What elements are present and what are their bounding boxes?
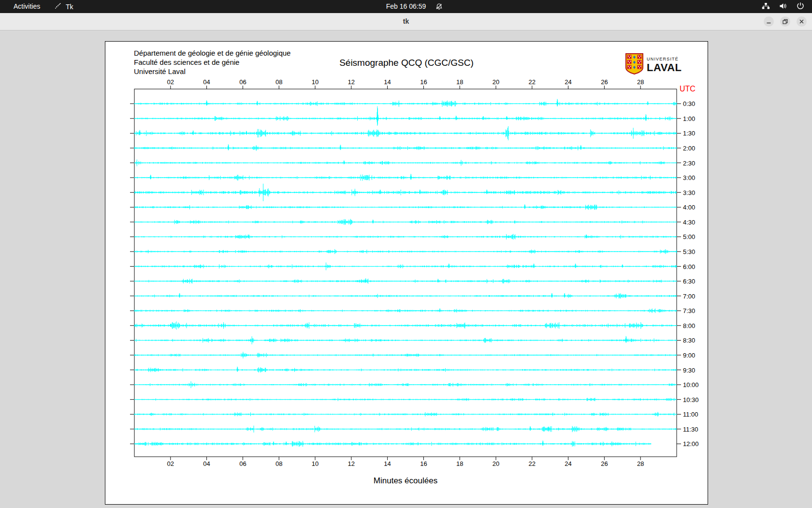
x-tick-bottom: 26 [601, 460, 608, 467]
seismogram-trace [134, 144, 677, 151]
time-tick-label: 2:30 [683, 160, 695, 167]
x-tick-bottom: 04 [203, 460, 210, 467]
time-tick-label: 9:30 [683, 367, 695, 374]
seismogram-trace [134, 441, 652, 447]
x-tick-top: 20 [493, 78, 499, 86]
seismogram-trace [134, 367, 677, 373]
seismogram-chart: 0202040406060808101012121414161618182020… [105, 42, 708, 504]
time-tick-label: 11:30 [683, 426, 698, 433]
seismogram-trace [134, 426, 677, 433]
seismogram-trace [134, 308, 677, 313]
window-title: tk [0, 13, 812, 30]
x-tick-bottom: 16 [420, 460, 427, 467]
system-top-bar: Activities Tk Feb 16 06:59 [0, 0, 812, 13]
seismogram-trace [134, 249, 677, 254]
x-tick-top: 26 [601, 78, 608, 86]
x-axis-label: Minutes écoulées [134, 476, 677, 486]
x-tick-bottom: 24 [565, 460, 571, 467]
x-tick-bottom: 28 [637, 460, 644, 467]
x-tick-top: 14 [384, 78, 391, 86]
time-tick-label: 8:00 [683, 322, 695, 329]
x-tick-top: 24 [565, 78, 571, 86]
maximize-button[interactable] [780, 16, 790, 27]
seismogram-trace [134, 412, 677, 417]
x-tick-bottom: 22 [529, 460, 536, 467]
system-tray[interactable] [762, 0, 804, 13]
power-icon [797, 2, 804, 11]
time-tick-label: 11:00 [683, 411, 698, 418]
time-tick-label: 5:30 [683, 248, 695, 255]
seismogram-trace [134, 352, 677, 359]
seismogram-trace [134, 106, 677, 126]
seismogram-trace [134, 205, 677, 210]
time-tick-label: 10:00 [683, 381, 699, 388]
seismogram-trace [134, 174, 677, 180]
x-tick-top: 22 [529, 78, 536, 86]
x-tick-top: 06 [239, 78, 246, 86]
time-tick-label: 7:30 [683, 307, 695, 314]
seismogram-trace [134, 321, 677, 329]
time-tick-label: 7:00 [683, 293, 695, 300]
time-tick-label: 3:00 [683, 174, 695, 181]
seismogram-trace [134, 99, 677, 107]
x-tick-bottom: 14 [384, 460, 391, 467]
seismogram-trace [134, 234, 677, 240]
volume-icon [779, 2, 787, 11]
x-tick-top: 02 [167, 78, 174, 86]
desktop: { "system_bar": { "activities_label": "A… [0, 0, 812, 508]
seismogram-trace [134, 263, 677, 270]
time-tick-label: 3:30 [683, 189, 695, 196]
x-tick-top: 10 [312, 78, 319, 86]
seismogram-trace [134, 398, 677, 401]
clock-button[interactable]: Feb 16 06:59 [0, 0, 812, 13]
seismogram-trace [134, 381, 677, 388]
x-tick-top: 28 [637, 78, 644, 86]
x-tick-top: 18 [456, 78, 463, 86]
time-tick-label: 10:30 [683, 396, 699, 403]
seismogram-trace [134, 219, 677, 225]
time-tick-label: 4:00 [683, 204, 695, 211]
time-tick-label: 6:00 [683, 263, 695, 270]
time-tick-label: 6:30 [683, 278, 695, 285]
notifications-muted-icon [435, 3, 443, 12]
x-tick-bottom: 18 [456, 460, 463, 467]
time-tick-label: 1:00 [683, 115, 695, 122]
seismogram-trace [134, 184, 677, 201]
time-tick-label: 12:00 [683, 440, 699, 448]
window-titlebar[interactable]: tk [0, 13, 812, 30]
time-tick-label: 5:00 [683, 233, 695, 240]
time-tick-label: 4:30 [683, 219, 695, 226]
x-tick-bottom: 20 [493, 460, 499, 467]
x-tick-bottom: 12 [348, 460, 355, 467]
seismogram-trace [134, 293, 677, 299]
x-tick-bottom: 02 [167, 460, 174, 467]
clock-text: Feb 16 06:59 [386, 2, 426, 10]
seismograph-panel: Département de géologie et de génie géol… [105, 41, 708, 505]
minimize-button[interactable] [764, 16, 774, 27]
time-tick-label: 8:30 [683, 337, 695, 344]
seismogram-trace [134, 336, 677, 344]
seismogram-trace [134, 160, 677, 166]
network-icon [762, 2, 770, 11]
time-tick-label: 0:30 [683, 100, 695, 107]
seismogram-trace [134, 278, 677, 284]
close-button[interactable] [797, 16, 807, 27]
x-tick-bottom: 08 [276, 460, 282, 467]
time-tick-label: 1:30 [683, 130, 695, 137]
x-tick-bottom: 10 [312, 460, 319, 467]
x-tick-top: 16 [420, 78, 427, 86]
time-tick-label: 2:00 [683, 145, 695, 152]
seismogram-trace [134, 126, 677, 140]
x-tick-top: 08 [276, 78, 282, 86]
x-tick-top: 12 [348, 78, 355, 86]
x-tick-top: 04 [203, 78, 210, 86]
time-tick-label: 9:00 [683, 352, 695, 359]
x-tick-bottom: 06 [239, 460, 246, 467]
